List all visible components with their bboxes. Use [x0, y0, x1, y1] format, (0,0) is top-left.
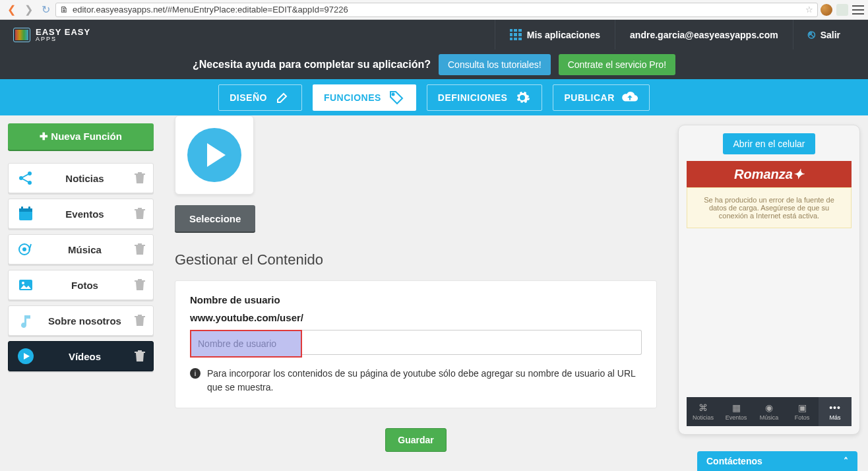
sidebar-item-videos[interactable]: Vídeos [8, 341, 154, 371]
browser-menu-icon[interactable] [852, 5, 864, 15]
sparkle-icon: ✦ [793, 166, 804, 182]
new-function-button[interactable]: ✚ Nueva Función [8, 123, 154, 150]
select-icon-button[interactable]: Seleccione [175, 205, 255, 232]
username-input[interactable] [191, 331, 301, 356]
sidebar-item-noticias[interactable]: Noticias [8, 163, 154, 193]
preview-app-title: Romanza [734, 167, 793, 182]
gear-icon [514, 89, 531, 106]
trash-icon[interactable] [135, 208, 145, 220]
sidebar-item-label: Sobre nosotros [43, 315, 127, 327]
content-area: Seleccione Gestionar el Contenido Nombre… [162, 115, 670, 471]
preview-tab-fotos[interactable]: ▣Fotos [786, 397, 819, 426]
image-icon [16, 276, 35, 294]
play-circle-icon [16, 347, 35, 365]
save-button[interactable]: Guardar [385, 428, 446, 452]
my-apps-link[interactable]: Mis aplicaciones [495, 20, 615, 49]
main-tabs: DISEÑO FUNCIONES DEFINICIONES PUBLICAR [0, 79, 868, 115]
sidebar-item-label: Eventos [43, 208, 127, 220]
browser-back-button[interactable]: ❮ [4, 3, 18, 17]
exit-link[interactable]: ⎋ Salir [793, 20, 855, 49]
sidebar-item-musica[interactable]: Música [8, 234, 154, 265]
info-icon: i [190, 368, 201, 379]
svg-point-11 [22, 282, 24, 284]
browser-chrome: ❮ ❯ ↻ 🗎 editor.easyeasyapps.net/#MenuEnt… [0, 0, 868, 20]
bookmark-star-icon[interactable]: ☆ [805, 5, 813, 15]
page-icon: 🗎 [60, 5, 69, 15]
play-icon [187, 128, 241, 182]
preview-footer: ⌘Noticias ▦Eventos ◉Música ▣Fotos •••Más [687, 397, 852, 426]
hint-text: Para incorporar los contenidos de su pág… [207, 367, 642, 394]
tab-publish-label: PUBLICAR [564, 92, 614, 103]
sidebar-item-label: Vídeos [43, 351, 127, 362]
exit-label: Salir [821, 30, 840, 40]
user-email: andre.garcia@easyeasyapps.com [630, 30, 778, 40]
preview-tab-noticias[interactable]: ⌘Noticias [687, 397, 720, 426]
vinyl-icon: ◉ [765, 402, 773, 413]
cloud-upload-icon [621, 89, 638, 106]
vinyl-icon [16, 240, 35, 259]
sidebar-item-eventos[interactable]: Eventos [8, 199, 154, 229]
sidebar-item-sobre-nosotros[interactable]: Sobre nosotros [8, 305, 154, 336]
field-label: Nombre de usuario [190, 294, 642, 305]
tutorials-button[interactable]: Consulta los tutoriales! [439, 54, 551, 75]
share-icon [16, 169, 35, 187]
tab-definitions-label: DEFINICIONES [438, 92, 508, 103]
url-prefix: www.youtube.com/user/ [190, 312, 642, 323]
trash-icon[interactable] [135, 315, 145, 327]
extension-icon[interactable] [836, 4, 848, 16]
sidebar-item-fotos[interactable]: Fotos [8, 270, 154, 300]
preview-tab-musica[interactable]: ◉Música [753, 397, 786, 426]
new-function-label: Nueva Función [51, 131, 122, 142]
browser-forward-button[interactable]: ❯ [21, 3, 36, 17]
trash-icon[interactable] [135, 172, 145, 184]
help-bar: ¿Necesita ayuda para completar su aplica… [0, 49, 868, 79]
sidebar-item-label: Noticias [43, 173, 127, 184]
preview-tab-mas[interactable]: •••Más [819, 397, 852, 426]
cookie-extension-icon[interactable] [821, 4, 832, 16]
svg-rect-7 [28, 206, 30, 210]
brush-icon [274, 89, 291, 106]
preview-tab-eventos[interactable]: ▦Eventos [720, 397, 753, 426]
sidebar: ✚ Nueva Función Noticias Eventos Música … [0, 115, 162, 471]
section-title: Gestionar el Contenido [175, 251, 657, 268]
contact-label: Contáctenos [706, 456, 762, 466]
calendar-icon [16, 204, 35, 223]
svg-rect-6 [21, 206, 23, 210]
svg-point-9 [23, 248, 26, 251]
my-apps-label: Mis aplicaciones [527, 30, 600, 40]
svg-point-0 [392, 93, 394, 95]
trash-icon[interactable] [135, 243, 145, 255]
tab-design-label: DISEÑO [230, 92, 267, 103]
plus-icon: ✚ [40, 131, 51, 142]
more-icon: ••• [829, 402, 841, 413]
sidebar-item-label: Música [43, 244, 127, 255]
hire-pro-button[interactable]: Contrate el servicio Pro! [559, 54, 675, 75]
tab-functions[interactable]: FUNCIONES [313, 84, 416, 111]
trash-icon[interactable] [135, 279, 145, 291]
tab-functions-label: FUNCIONES [324, 92, 381, 103]
tab-definitions[interactable]: DEFINICIONES [427, 84, 543, 111]
exit-icon: ⎋ [808, 28, 815, 42]
app-top-bar: EASY EASY APPS Mis aplicaciones andre.ga… [0, 20, 868, 49]
tab-design[interactable]: DISEÑO [218, 84, 302, 111]
highlighted-input-wrapper [190, 330, 302, 358]
image-icon: ▣ [798, 402, 807, 413]
trash-icon[interactable] [135, 350, 145, 362]
contact-us-bar[interactable]: Contáctenos ˄ [697, 451, 857, 471]
logo-line2: APPS [36, 36, 90, 42]
preview-app-header: Romanza✦ [687, 161, 852, 187]
open-on-phone-button[interactable]: Abrir en el celular [723, 133, 816, 154]
preview-error-message: Se ha producido un error de la fuente de… [687, 187, 852, 228]
username-input-tail[interactable] [302, 330, 642, 355]
hint-row: i Para incorporar los contenidos de su p… [190, 367, 642, 394]
chevron-up-icon: ˄ [844, 456, 848, 466]
browser-reload-button[interactable]: ↻ [38, 3, 53, 17]
content-card: Nombre de usuario www.youtube.com/user/ … [175, 280, 657, 408]
tab-publish[interactable]: PUBLICAR [553, 84, 649, 111]
user-email-link[interactable]: andre.garcia@easyeasyapps.com [615, 20, 793, 49]
sidebar-item-label: Fotos [43, 280, 127, 291]
icon-preview-box [175, 115, 254, 195]
share-icon: ⌘ [698, 402, 708, 413]
app-logo[interactable]: EASY EASY APPS [13, 28, 90, 42]
browser-url-bar[interactable]: 🗎 editor.easyeasyapps.net/#MenuEntryPlac… [55, 3, 818, 17]
